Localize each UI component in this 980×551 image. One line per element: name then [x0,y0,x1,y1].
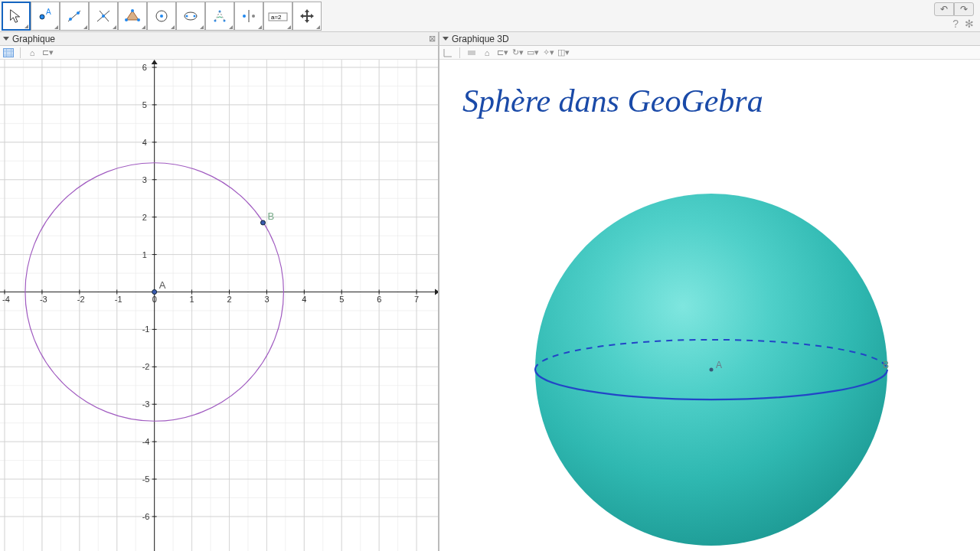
svg-text:3: 3 [142,175,147,184]
view-direction-3d[interactable]: ▭▾ [528,47,538,58]
sub-toolbar-2d: ⌂ ⊏▾ [0,46,438,60]
axes-toggle-2d[interactable] [3,47,14,58]
svg-text:-3: -3 [142,399,150,409]
rotate-3d[interactable]: ↻▾ [512,47,523,58]
graphics-3d-panel: Graphique 3D ⌂ ⊏▾ ↻▾ ▭▾ ✧▾ ◫▾ Sphère dan… [439,32,980,551]
svg-text:B: B [268,210,275,222]
svg-text:0: 0 [152,295,157,304]
tool-slider[interactable]: a=2 [263,2,292,31]
settings-icon[interactable]: ✻ [965,18,974,30]
svg-rect-159 [468,51,475,55]
svg-point-15 [186,15,188,17]
svg-point-0 [40,15,44,19]
svg-point-23 [243,15,246,18]
main-toolbar: A a=2 ↶ ↷ [0,0,980,32]
svg-text:-1: -1 [142,324,150,334]
svg-point-4 [77,11,80,15]
capture-3d[interactable]: ⊏▾ [497,47,508,58]
svg-marker-101 [435,289,438,295]
redo-button[interactable]: ↷ [954,2,974,16]
svg-text:2: 2 [142,213,147,222]
svg-line-21 [220,11,224,21]
svg-text:6: 6 [377,295,381,304]
svg-point-24 [252,15,255,18]
svg-point-13 [160,15,163,18]
tool-move-view[interactable] [292,2,322,31]
home-2d[interactable]: ⌂ [27,47,38,58]
svg-text:A: A [716,360,722,370]
svg-text:-2: -2 [77,295,85,304]
svg-point-16 [194,15,196,17]
svg-text:2: 2 [227,295,231,304]
axes-toggle-3d[interactable] [443,47,453,58]
tool-point[interactable]: A [31,2,60,31]
svg-text:B: B [883,360,889,370]
home-3d[interactable]: ⌂ [482,47,492,58]
svg-point-161 [710,368,714,372]
svg-text:7: 7 [414,295,419,304]
svg-text:-5: -5 [142,474,150,484]
tool-move[interactable] [2,2,31,31]
sub-toolbar-3d: ⌂ ⊏▾ ↻▾ ▭▾ ✧▾ ◫▾ [439,46,980,60]
svg-point-11 [125,18,128,21]
svg-text:6: 6 [142,63,147,72]
plane-toggle-3d[interactable] [466,47,477,58]
svg-text:5: 5 [339,295,344,304]
svg-text:-4: -4 [142,437,150,446]
panel-title-3d: Graphique 3D [452,34,509,44]
svg-text:4: 4 [302,295,306,304]
canvas-2d[interactable]: -4-3-2-101234567-6-5-4-3-2-1123456AB [0,60,438,551]
panel-title-2d: Graphique [12,34,55,44]
svg-text:-4: -4 [2,295,10,304]
graphics-2d-panel: Graphique ⊠ ⌂ ⊏▾ -4-3-2-101234567-6-5-4-… [0,32,439,551]
svg-text:-2: -2 [142,362,150,371]
svg-point-153 [152,289,157,294]
tool-perpendicular[interactable] [89,2,118,31]
svg-text:A: A [159,279,166,291]
svg-point-10 [137,18,140,21]
svg-point-7 [102,15,105,18]
help-icon[interactable]: ? [952,18,959,30]
canvas-3d[interactable]: Sphère dans GeoGebra AB [439,60,980,551]
svg-point-9 [131,9,134,12]
panel-header-2d[interactable]: Graphique ⊠ [0,32,438,46]
projection-3d[interactable]: ◫▾ [558,47,569,58]
svg-text:1: 1 [142,250,147,259]
tool-transform[interactable] [234,2,263,31]
svg-line-20 [215,11,220,21]
svg-text:1: 1 [190,295,194,304]
svg-text:A: A [46,8,51,16]
tool-line[interactable] [60,2,89,31]
svg-marker-103 [152,60,158,64]
panel-header-3d[interactable]: Graphique 3D [439,32,980,46]
svg-point-155 [261,220,266,225]
svg-text:-1: -1 [115,295,122,304]
tool-angle[interactable] [205,2,234,31]
tool-polygon[interactable] [118,2,147,31]
svg-text:4: 4 [142,138,147,147]
svg-point-3 [69,18,72,21]
svg-text:5: 5 [142,100,147,109]
close-panel-2d[interactable]: ⊠ [429,34,436,44]
svg-text:3: 3 [264,295,269,304]
svg-text:-3: -3 [40,295,47,304]
tool-circle[interactable] [147,2,176,31]
capture-2d[interactable]: ⊏▾ [42,47,53,58]
svg-text:-6: -6 [142,512,150,521]
undo-button[interactable]: ↶ [934,2,954,16]
tool-conic[interactable] [176,2,205,31]
clipping-3d[interactable]: ✧▾ [543,47,554,58]
svg-text:a=2: a=2 [271,14,282,21]
